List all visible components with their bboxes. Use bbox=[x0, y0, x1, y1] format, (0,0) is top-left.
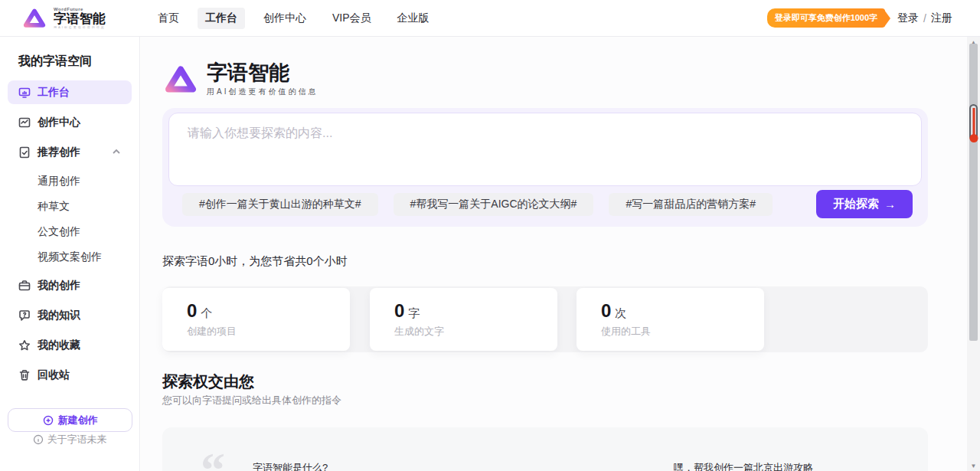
nav-item-workbench[interactable]: 工作台 bbox=[198, 8, 245, 29]
question-bubble-icon bbox=[18, 309, 31, 322]
stat-label: 使用的工具 bbox=[601, 325, 764, 339]
sidebar-item-label: 我的收藏 bbox=[38, 339, 80, 352]
suggestion-chips: #创作一篇关于黄山出游的种草文# #帮我写一篇关于AIGC的论文大纲# #写一篇… bbox=[182, 190, 913, 218]
stat-card-words: 0字 生成的文字 bbox=[370, 288, 557, 351]
new-creation-button[interactable]: 新建创作 bbox=[8, 408, 132, 432]
info-icon bbox=[33, 434, 44, 445]
register-link[interactable]: 注册 bbox=[931, 11, 952, 25]
main-content: 字语智能 用AI创造更有价值的信息 #创作一篇关于黄山出游的种草文# #帮我写一… bbox=[141, 37, 967, 471]
stat-value: 0 bbox=[394, 300, 404, 321]
sidebar-item-my-creation[interactable]: 我的创作 bbox=[8, 273, 132, 297]
brand-name: 字语智能 bbox=[54, 12, 106, 25]
start-explore-label: 开始探索 bbox=[833, 197, 879, 211]
nav-item-creation-center[interactable]: 创作中心 bbox=[256, 8, 314, 29]
stat-unit: 个 bbox=[201, 306, 212, 319]
nav-item-vip[interactable]: VIP会员 bbox=[325, 8, 379, 29]
about-link[interactable]: 关于字语未来 bbox=[0, 433, 139, 446]
scrollbar-thumb[interactable] bbox=[969, 44, 978, 341]
nav-item-home[interactable]: 首页 bbox=[150, 8, 187, 29]
sidebar-header: 我的字语空间 bbox=[8, 54, 132, 80]
star-icon bbox=[18, 339, 31, 352]
stat-unit: 字 bbox=[408, 306, 420, 319]
stat-unit: 次 bbox=[615, 306, 626, 319]
stat-card-tools: 0次 使用的工具 bbox=[577, 288, 764, 351]
hero-tagline: 用AI创造更有价值的信息 bbox=[207, 87, 318, 97]
brand-triangle-icon bbox=[21, 5, 47, 31]
stat-label: 创建的项目 bbox=[187, 325, 350, 339]
sidebar-item-label: 工作台 bbox=[38, 86, 70, 100]
quote-icon: “ bbox=[201, 446, 225, 471]
sidebar-item-creation-center[interactable]: 创作中心 bbox=[8, 110, 132, 134]
app-logo[interactable]: WordFuture 字语智能 用AI创造更有价值的信息 bbox=[0, 5, 145, 31]
stats-band: 0个 创建的项目 0字 生成的文字 0次 使用的工具 bbox=[162, 286, 928, 352]
sidebar-item-my-knowledge[interactable]: 我的知识 bbox=[8, 303, 132, 327]
chip-dessert-marketing[interactable]: #写一篇甜品店的营销方案# bbox=[609, 193, 773, 216]
sidebar-subitem-seeding[interactable]: 种草文 bbox=[8, 195, 132, 218]
chevron-up-icon[interactable] bbox=[112, 146, 121, 159]
chip-aigc-outline[interactable]: #帮我写一篇关于AIGC的论文大纲# bbox=[394, 193, 594, 216]
document-check-icon bbox=[18, 146, 31, 159]
scroll-down-arrow[interactable]: ▼ bbox=[967, 460, 980, 471]
sidebar-subitem-video-copy[interactable]: 视频文案创作 bbox=[8, 246, 132, 269]
quote-question-right: 嘿，帮我创作一篇北京出游攻略 bbox=[674, 461, 813, 471]
trash-icon bbox=[18, 369, 31, 381]
new-creation-label: 新建创作 bbox=[58, 414, 98, 427]
top-navbar: WordFuture 字语智能 用AI创造更有价值的信息 首页 工作台 创作中心… bbox=[0, 0, 980, 37]
stat-card-projects: 0个 创建的项目 bbox=[162, 288, 350, 351]
sidebar-item-label: 我的知识 bbox=[38, 309, 80, 322]
auth-divider: / bbox=[923, 12, 926, 25]
start-explore-button[interactable]: 开始探索 → bbox=[816, 190, 913, 218]
arrow-right-icon: → bbox=[884, 198, 896, 211]
brand-subtitle: 用AI创造更有价值的信息 bbox=[54, 26, 106, 29]
sidebar-item-label: 推荐创作 bbox=[38, 146, 80, 159]
thermometer-icon bbox=[969, 104, 978, 141]
sidebar-item-recommended[interactable]: 推荐创作 bbox=[8, 140, 132, 164]
search-panel: #创作一篇关于黄山出游的种草文# #帮我写一篇关于AIGC的论文大纲# #写一篇… bbox=[162, 108, 928, 227]
sidebar-subitem-general[interactable]: 通用创作 bbox=[8, 170, 132, 193]
login-link[interactable]: 登录 bbox=[897, 11, 919, 25]
sidebar-item-my-favorites[interactable]: 我的收藏 bbox=[8, 333, 132, 357]
about-label: 关于字语未来 bbox=[47, 433, 107, 446]
sidebar-item-label: 回收站 bbox=[38, 368, 70, 382]
stat-value: 0 bbox=[187, 300, 197, 321]
chart-monitor-icon bbox=[18, 116, 31, 129]
sidebar-item-workbench[interactable]: 工作台 bbox=[8, 80, 132, 104]
nav-item-enterprise[interactable]: 企业版 bbox=[390, 8, 437, 29]
hero-brand: 字语智能 bbox=[207, 62, 318, 85]
page-scrollbar[interactable]: ▲ ▼ bbox=[967, 37, 980, 471]
search-input[interactable] bbox=[169, 113, 921, 185]
plus-circle-icon bbox=[43, 415, 54, 426]
stats-summary: 探索字语0小时，为您节省共0个小时 bbox=[162, 254, 348, 269]
promo-badge[interactable]: 登录即可享免费创作1000字 bbox=[767, 8, 885, 28]
stat-label: 生成的文字 bbox=[394, 325, 557, 339]
sidebar-item-recycle-bin[interactable]: 回收站 bbox=[8, 363, 132, 387]
hero-triangle-icon bbox=[162, 61, 199, 98]
auth-links: 登录 / 注册 bbox=[897, 11, 952, 25]
sidebar-subitem-official[interactable]: 公文创作 bbox=[8, 221, 132, 244]
quote-card: “ 字语智能是什么? 嘿，帮我创作一篇北京出游攻略 bbox=[162, 427, 928, 471]
hero-logo: 字语智能 用AI创造更有价值的信息 bbox=[162, 61, 318, 98]
stat-value: 0 bbox=[601, 300, 611, 321]
sidebar: 我的字语空间 工作台 创作中心 推荐创作 通用创作 种草文 公文创作 视频文案创… bbox=[0, 37, 140, 471]
search-box bbox=[168, 113, 922, 186]
quote-question-left: 字语智能是什么? bbox=[253, 461, 328, 471]
sidebar-item-label: 创作中心 bbox=[38, 116, 80, 129]
chip-huangshan[interactable]: #创作一篇关于黄山出游的种草文# bbox=[182, 193, 378, 216]
monitor-icon bbox=[18, 87, 31, 99]
explore-section-subtitle: 您可以向字语提问或给出具体创作的指令 bbox=[162, 394, 341, 407]
main-nav: 首页 工作台 创作中心 VIP会员 企业版 bbox=[150, 8, 437, 29]
explore-section-title: 探索权交由您 bbox=[162, 371, 254, 392]
sidebar-item-label: 我的创作 bbox=[38, 279, 80, 293]
briefcase-icon bbox=[18, 280, 31, 292]
